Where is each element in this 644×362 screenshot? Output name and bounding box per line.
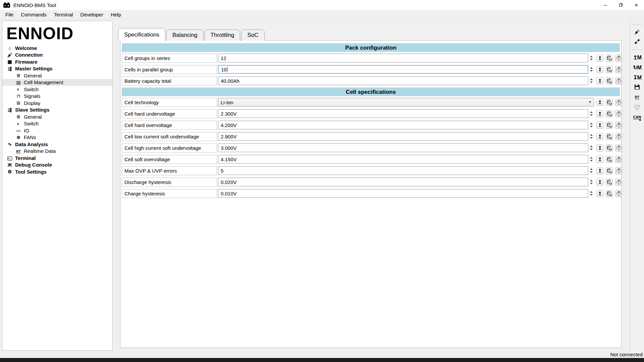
help-button[interactable]: ?: [615, 190, 622, 197]
close-button[interactable]: ✕: [629, 0, 644, 10]
setting-input[interactable]: 40.00Ah: [218, 76, 588, 85]
database-refresh-button[interactable]: [606, 122, 613, 129]
upload-button[interactable]: ↥: [596, 110, 603, 117]
database-refresh-button[interactable]: [606, 99, 613, 106]
help-button[interactable]: ?: [615, 167, 622, 174]
help-button[interactable]: ?: [615, 144, 622, 152]
spin-up-icon[interactable]: [590, 180, 593, 181]
spinbox-arrows[interactable]: [588, 189, 594, 198]
spin-down-icon[interactable]: [590, 126, 593, 127]
upload-button[interactable]: ↥: [596, 167, 603, 174]
tab-specifications[interactable]: Specifications: [118, 28, 165, 41]
spinbox-arrows[interactable]: [588, 109, 594, 118]
sidebar-item-cell-management[interactable]: ▤Cell Management: [2, 79, 112, 86]
sidebar-item-terminal[interactable]: >_Terminal: [2, 155, 112, 162]
read-master-config-button[interactable]: ↥M: [633, 52, 641, 62]
setting-input[interactable]: 0.020V: [218, 178, 588, 186]
spin-down-icon[interactable]: [590, 160, 593, 162]
menu-item-developer[interactable]: Developer: [77, 10, 107, 19]
help-button[interactable]: ?: [615, 55, 622, 62]
sidebar-item-master-settings[interactable]: ⇶Master Settings: [2, 65, 112, 72]
help-button[interactable]: ?: [615, 110, 622, 117]
sidebar-item-general[interactable]: ≣General: [2, 72, 112, 79]
setting-input[interactable]: 4.150V: [218, 155, 588, 164]
sidebar-item-switch[interactable]: ◐Switch: [2, 86, 112, 93]
help-button[interactable]: ?: [615, 122, 622, 129]
spin-up-icon[interactable]: [590, 56, 593, 57]
spin-up-icon[interactable]: [590, 67, 593, 69]
spin-up-icon[interactable]: [590, 134, 593, 136]
refresh-master-config-button[interactable]: ↻M: [633, 62, 641, 72]
spinbox-arrows[interactable]: [588, 143, 594, 152]
setting-input[interactable]: 2.900V: [218, 132, 588, 141]
sidebar-item-switch[interactable]: ◐Switch: [2, 120, 112, 127]
spin-up-icon[interactable]: [590, 191, 593, 193]
menu-item-terminal[interactable]: Terminal: [50, 10, 77, 19]
sidebar-item-welcome[interactable]: ⌂Welcome: [2, 45, 112, 52]
tab-throttling[interactable]: Throttling: [205, 29, 240, 41]
spinbox-arrows[interactable]: [588, 54, 594, 62]
spin-up-icon[interactable]: [590, 168, 593, 170]
spin-up-icon[interactable]: [590, 111, 593, 113]
upload-button[interactable]: ↥: [596, 156, 603, 163]
spin-down-icon[interactable]: [590, 194, 593, 196]
database-refresh-button[interactable]: [606, 133, 613, 140]
database-refresh-button[interactable]: [606, 179, 613, 186]
spin-up-icon[interactable]: [590, 145, 593, 147]
upload-button[interactable]: ↥: [596, 179, 603, 186]
upload-button[interactable]: ↥: [596, 66, 603, 73]
database-refresh-button[interactable]: [606, 110, 613, 117]
sidebar-item-io[interactable]: ▭IO: [2, 127, 112, 134]
can-button[interactable]: CAN▸: [633, 113, 641, 123]
help-button[interactable]: ?: [615, 99, 622, 106]
setting-input[interactable]: 10: [218, 65, 588, 74]
sidebar-item-firmware[interactable]: ▦Firmware: [2, 58, 112, 65]
spinbox-arrows[interactable]: [588, 132, 594, 141]
favorites-button[interactable]: ♡: [634, 103, 640, 113]
sidebar-item-data-analysis[interactable]: ∿Data Analysis: [2, 141, 112, 148]
database-refresh-button[interactable]: [606, 167, 613, 174]
help-button[interactable]: ?: [615, 77, 622, 84]
sidebar-item-display[interactable]: ⊞Display: [2, 100, 112, 107]
spin-down-icon[interactable]: [590, 148, 593, 150]
realtime-data-button[interactable]: RT: [635, 93, 639, 103]
spin-down-icon[interactable]: [590, 114, 593, 116]
setting-input[interactable]: 4.200V: [218, 121, 588, 129]
restore-button[interactable]: [613, 0, 629, 10]
help-button[interactable]: ?: [615, 133, 622, 140]
upload-button[interactable]: ↥: [596, 133, 603, 140]
setting-input[interactable]: 0.010V: [218, 189, 588, 198]
spin-up-icon[interactable]: [590, 78, 593, 80]
sidebar-item-signals[interactable]: ⊓Signals: [2, 93, 112, 100]
upload-button[interactable]: ↥: [596, 77, 603, 84]
spin-down-icon[interactable]: [590, 137, 593, 139]
sidebar-item-fans[interactable]: ☸FANs: [2, 134, 112, 141]
spinbox-arrows[interactable]: [588, 178, 594, 186]
upload-button[interactable]: ↥: [596, 190, 603, 197]
setting-input[interactable]: 2.300V: [218, 109, 588, 118]
sidebar-item-slave-settings[interactable]: ⇶Slave Settings: [2, 107, 112, 114]
sidebar-item-tool-settings[interactable]: ⚙Tool Settings: [2, 168, 112, 175]
database-refresh-button[interactable]: [606, 190, 613, 197]
database-refresh-button[interactable]: [606, 55, 613, 62]
menu-item-commands[interactable]: Commands: [17, 10, 50, 19]
sidebar-item-connection[interactable]: Connection: [2, 52, 112, 59]
sidebar-item-general[interactable]: ≣General: [2, 113, 112, 120]
setting-input[interactable]: 5: [218, 166, 588, 175]
sidebar-item-debug-console[interactable]: ЖDebug Console: [2, 162, 112, 169]
upload-button[interactable]: ↥: [596, 122, 603, 129]
sidebar-item-realtime-data[interactable]: RTRealtime Data: [2, 148, 112, 155]
disconnect-button[interactable]: [634, 37, 640, 47]
spin-down-icon[interactable]: [590, 59, 593, 60]
save-config-button[interactable]: [634, 82, 640, 93]
database-refresh-button[interactable]: [606, 144, 613, 152]
spin-down-icon[interactable]: [590, 81, 593, 83]
tab-soc[interactable]: SoC: [241, 29, 264, 41]
spin-up-icon[interactable]: [590, 123, 593, 124]
minimize-button[interactable]: ─: [598, 0, 613, 10]
upload-button[interactable]: ↥: [596, 99, 603, 106]
menu-item-help[interactable]: Help: [107, 10, 125, 19]
tab-balancing[interactable]: Balancing: [166, 29, 204, 41]
spinbox-arrows[interactable]: [588, 65, 594, 74]
setting-combobox[interactable]: Li-Ion▾: [218, 98, 594, 107]
